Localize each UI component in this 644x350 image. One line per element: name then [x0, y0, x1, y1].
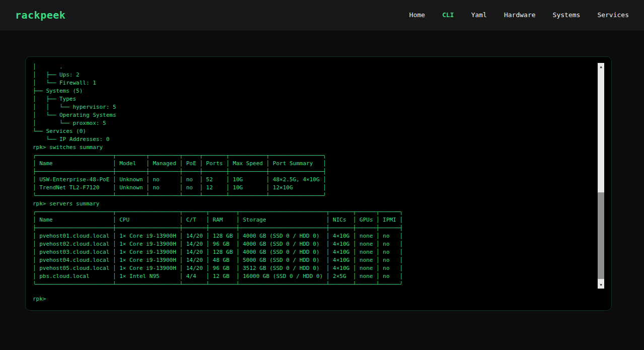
nav-item-hardware[interactable]: Hardware: [504, 11, 536, 19]
scrollbar-down-button[interactable]: ▼: [598, 281, 604, 289]
cli-prompt-row: rpk>: [33, 296, 604, 302]
nav-item-cli[interactable]: CLI: [442, 11, 454, 19]
nav-item-yaml[interactable]: Yaml: [471, 11, 487, 19]
cli-terminal-panel: │ . │ ├── Ups: 2 │ └── Firewall: 1 ├── S…: [25, 56, 612, 311]
cli-input[interactable]: [50, 296, 605, 302]
nav-item-services[interactable]: Services: [597, 11, 629, 19]
nav-item-systems[interactable]: Systems: [553, 11, 581, 19]
terminal-output: │ . │ ├── Ups: 2 │ └── Firewall: 1 ├── S…: [33, 63, 604, 289]
scrollbar-thumb[interactable]: [598, 192, 604, 278]
nav-item-home[interactable]: Home: [409, 11, 425, 19]
scroll-up-icon: ▲: [600, 65, 602, 69]
top-nav-bar: rackpeek Home CLI Yaml Hardware Systems …: [0, 0, 644, 30]
terminal-scroll-area[interactable]: │ . │ ├── Ups: 2 │ └── Firewall: 1 ├── S…: [33, 63, 604, 289]
brand-logo[interactable]: rackpeek: [15, 9, 65, 21]
scrollbar-up-button[interactable]: ▲: [598, 63, 604, 71]
scrollbar-track[interactable]: [598, 71, 604, 281]
cli-prompt: rpk>: [33, 296, 46, 302]
scroll-down-icon: ▼: [600, 283, 602, 287]
terminal-scrollbar[interactable]: ▲ ▼: [598, 63, 604, 289]
main-nav: Home CLI Yaml Hardware Systems Services: [409, 11, 629, 19]
